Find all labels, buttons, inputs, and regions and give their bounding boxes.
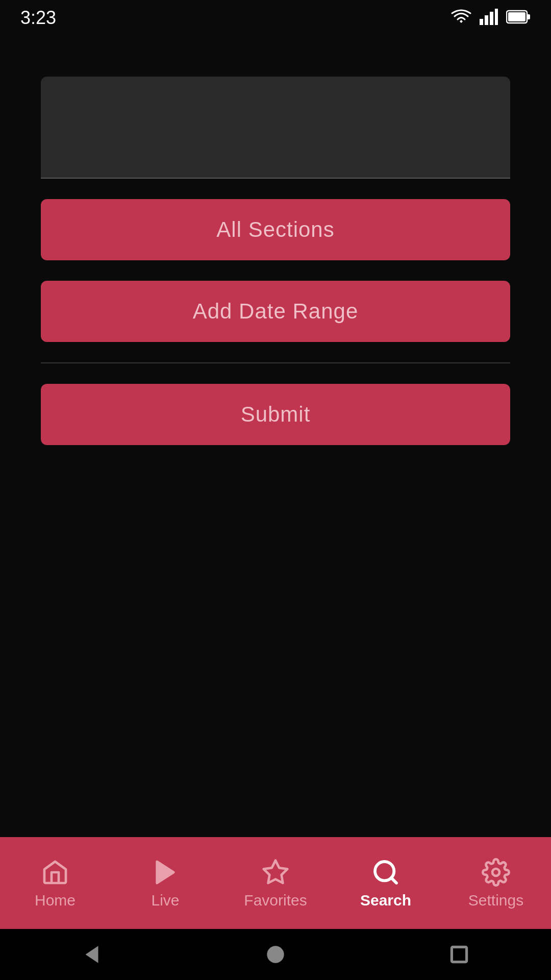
divider <box>41 362 510 363</box>
svg-rect-3 <box>495 9 498 25</box>
nav-item-settings[interactable]: Settings <box>441 852 551 914</box>
nav-item-live[interactable]: Live <box>110 852 220 914</box>
live-icon <box>150 857 181 888</box>
nav-label-search: Search <box>360 892 411 909</box>
home-icon <box>40 857 70 888</box>
status-time: 3:23 <box>20 7 56 29</box>
android-home-button[interactable] <box>255 934 296 975</box>
status-bar: 3:23 <box>0 0 551 36</box>
search-input[interactable] <box>41 77 510 179</box>
svg-rect-0 <box>480 19 483 25</box>
svg-rect-14 <box>452 947 466 962</box>
submit-button[interactable]: Submit <box>41 384 510 445</box>
battery-icon <box>506 10 531 26</box>
search-nav-icon <box>370 857 401 888</box>
android-nav <box>0 929 551 980</box>
nav-label-live: Live <box>151 892 179 909</box>
nav-label-settings: Settings <box>468 892 523 909</box>
svg-point-13 <box>267 946 284 963</box>
search-input-container <box>41 77 510 179</box>
add-date-range-button[interactable]: Add Date Range <box>41 281 510 342</box>
svg-rect-5 <box>527 14 530 19</box>
svg-line-10 <box>391 878 396 883</box>
signal-icon <box>480 9 498 27</box>
svg-rect-2 <box>490 12 493 25</box>
svg-marker-12 <box>86 946 98 963</box>
all-sections-button[interactable]: All Sections <box>41 199 510 260</box>
android-recents-button[interactable] <box>439 934 480 975</box>
svg-marker-7 <box>157 862 174 883</box>
svg-point-11 <box>492 869 499 876</box>
bottom-nav: Home Live Favorites Search <box>0 837 551 929</box>
nav-label-favorites: Favorites <box>244 892 307 909</box>
svg-rect-1 <box>485 15 488 25</box>
android-back-button[interactable] <box>71 934 112 975</box>
settings-icon <box>481 857 511 888</box>
favorites-icon <box>260 857 291 888</box>
svg-marker-8 <box>264 861 288 883</box>
nav-label-home: Home <box>35 892 76 909</box>
status-icons <box>451 9 531 27</box>
main-content: All Sections Add Date Range Submit <box>0 36 551 837</box>
wifi-icon <box>451 9 471 27</box>
nav-item-home[interactable]: Home <box>0 852 110 914</box>
nav-item-favorites[interactable]: Favorites <box>220 852 331 914</box>
svg-rect-6 <box>508 12 525 21</box>
nav-item-search[interactable]: Search <box>331 852 441 914</box>
